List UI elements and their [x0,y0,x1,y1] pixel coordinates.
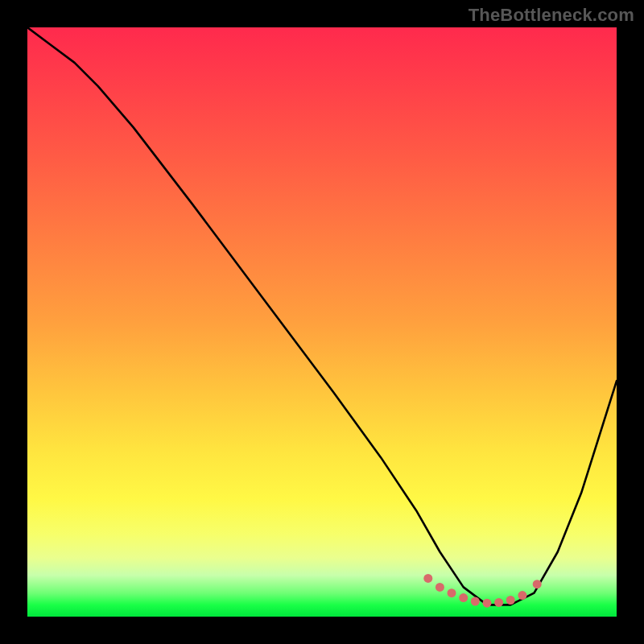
curve-line [27,27,617,605]
chart-frame: TheBottleneck.com [0,0,644,644]
chart-overlay [27,27,617,617]
plot-area [27,27,617,617]
marker-dot [533,580,542,588]
marker-dot [448,588,456,597]
marker-dot [459,593,468,602]
marker-dot [471,597,480,606]
marker-dot [436,583,444,592]
marker-dot [494,598,503,607]
marker-dot [518,591,526,600]
marker-dot [423,574,432,583]
watermark-text: TheBottleneck.com [469,5,634,26]
marker-dot [506,596,515,605]
marker-dot [483,599,492,608]
